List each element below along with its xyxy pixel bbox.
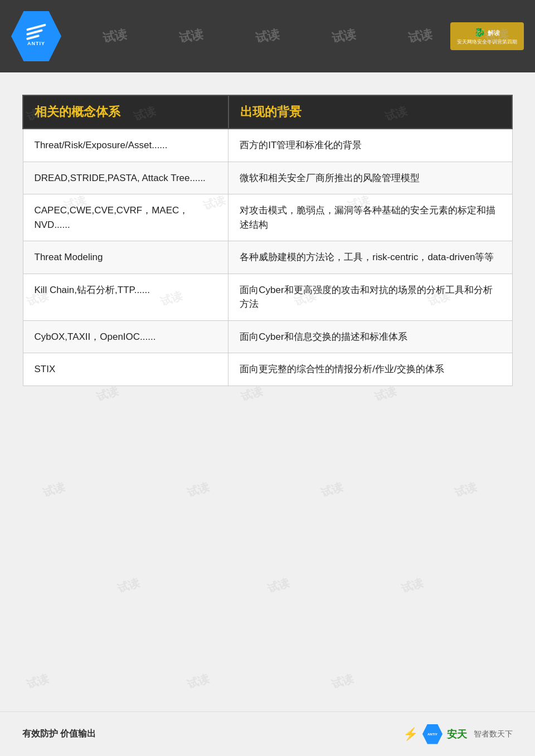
table-row: Threat Modeling各种威胁建模的方法论，工具，risk-centri… xyxy=(23,241,512,274)
header-right: 🐉 解读 安天网络安全冬训营第四期 xyxy=(450,22,524,50)
table-row: STIX面向更完整的综合性的情报分析/作业/交换的体系 xyxy=(23,353,512,386)
right-logo-box: 🐉 解读 安天网络安全冬训营第四期 xyxy=(450,22,524,50)
watermark-4: 试读 xyxy=(254,26,281,46)
logo-lines xyxy=(26,26,46,38)
table-cell-left: DREAD,STRIDE,PASTA, Attack Tree...... xyxy=(23,162,228,194)
header-col-right: 出现的背景 xyxy=(228,95,512,129)
table-row: Threat/Risk/Exposure/Asset......西方的IT管理和… xyxy=(23,129,512,162)
pwm-22: 试读 xyxy=(25,671,51,692)
right-logo-text: 🐉 解读 xyxy=(457,27,517,37)
table-cell-left: CybOX,TAXII，OpenIOC...... xyxy=(23,320,228,353)
table-row: DREAD,STRIDE,PASTA, Attack Tree......微软和… xyxy=(23,162,512,194)
watermark-2: 试读 xyxy=(101,26,128,46)
pwm-17: 试读 xyxy=(319,479,346,501)
pwm-16: 试读 xyxy=(186,479,212,501)
table-cell-left: CAPEC,CWE,CVE,CVRF，MAEC，NVD...... xyxy=(23,194,228,241)
watermark-6: 试读 xyxy=(407,26,434,46)
table-row: CAPEC,CWE,CVE,CVRF，MAEC，NVD......对攻击模式，脆… xyxy=(23,194,512,241)
concept-table: 相关的概念体系 出现的背景 Threat/Risk/Exposure/Asset… xyxy=(22,95,513,386)
table-row: CybOX,TAXII，OpenIOC......面向Cyber和信息交换的描述… xyxy=(23,320,512,353)
table-cell-right: 微软和相关安全厂商所推出的风险管理模型 xyxy=(228,162,512,194)
table-cell-right: 面向Cyber和更高强度的攻击和对抗的场景的分析工具和分析方法 xyxy=(228,274,512,320)
pwm-18: 试读 xyxy=(453,479,479,501)
footer-brand-sub: 智者数天下 xyxy=(474,729,513,739)
table-cell-left: Threat Modeling xyxy=(23,241,228,274)
footer-brand: 安天 xyxy=(447,728,467,741)
logo-text: ANTIY xyxy=(27,41,45,46)
watermark-5: 试读 xyxy=(330,26,358,46)
footer-logo-hex: ANTIY xyxy=(422,724,442,744)
watermark-3: 试读 xyxy=(178,26,205,46)
footer-logo-text: ANTIY xyxy=(427,733,437,736)
pwm-19: 试读 xyxy=(116,575,142,597)
logo-line-3 xyxy=(26,35,40,40)
pwm-23: 试读 xyxy=(186,671,212,692)
footer-left-text: 有效防护 价值输出 xyxy=(22,728,96,740)
header-col-left: 相关的概念体系 xyxy=(23,95,228,129)
table-cell-left: STIX xyxy=(23,353,228,386)
lightning-icon: ⚡ xyxy=(403,727,418,742)
table-header-row: 相关的概念体系 出现的背景 xyxy=(23,95,512,129)
main-content: 相关的概念体系 出现的背景 Threat/Risk/Exposure/Asset… xyxy=(0,72,535,403)
right-logo-title: 解读 xyxy=(488,30,500,36)
logo-line-1 xyxy=(26,23,46,31)
table-cell-right: 对攻击模式，脆弱点，漏洞等各种基础的安全元素的标定和描述结构 xyxy=(228,194,512,241)
table-cell-right: 面向更完整的综合性的情报分析/作业/交换的体系 xyxy=(228,353,512,386)
right-logo-subtext: 安天网络安全冬训营第四期 xyxy=(457,38,517,46)
pwm-21: 试读 xyxy=(400,575,426,597)
table-cell-right: 西方的IT管理和标准化的背景 xyxy=(228,129,512,162)
table-row: Kill Chain,钻石分析,TTP......面向Cyber和更高强度的攻击… xyxy=(23,274,512,320)
footer: 有效防护 价值输出 ⚡ ANTIY 安天 智者数天下 xyxy=(0,711,535,756)
table-cell-right: 各种威胁建模的方法论，工具，risk-centric，data-driven等等 xyxy=(228,241,512,274)
antiy-logo: ANTIY xyxy=(11,11,61,61)
header: 试读 试读 试读 试读 试读 试读 试读 ANTIY 🐉 解读 安天网络安全冬训… xyxy=(0,0,535,72)
table-cell-right: 面向Cyber和信息交换的描述和标准体系 xyxy=(228,320,512,353)
pwm-24: 试读 xyxy=(330,671,356,692)
pwm-20: 试读 xyxy=(266,575,292,597)
table-cell-left: Threat/Risk/Exposure/Asset...... xyxy=(23,129,228,162)
pwm-15: 试读 xyxy=(41,479,67,501)
table-cell-left: Kill Chain,钻石分析,TTP...... xyxy=(23,274,228,320)
footer-right: ⚡ ANTIY 安天 智者数天下 xyxy=(403,724,513,744)
